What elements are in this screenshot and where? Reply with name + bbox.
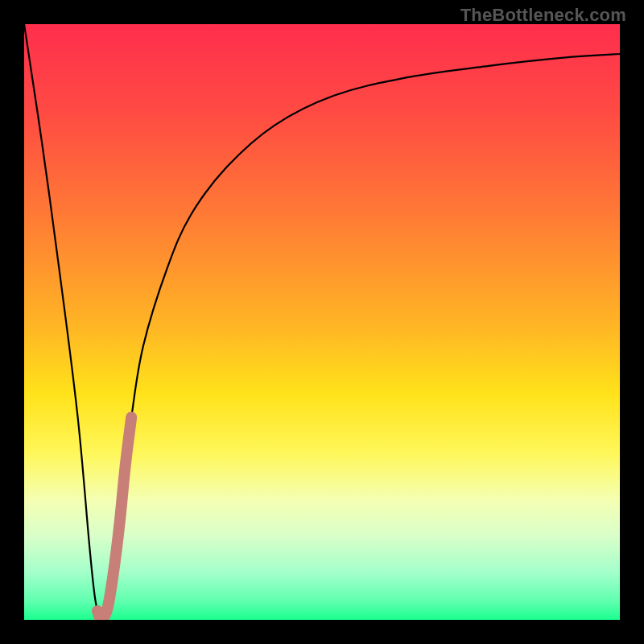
highlight-segment xyxy=(97,417,131,620)
watermark-text: TheBottleneck.com xyxy=(460,5,626,26)
chart-frame: TheBottleneck.com xyxy=(0,0,644,644)
plot-area xyxy=(24,24,620,620)
curve-layer xyxy=(24,24,620,620)
